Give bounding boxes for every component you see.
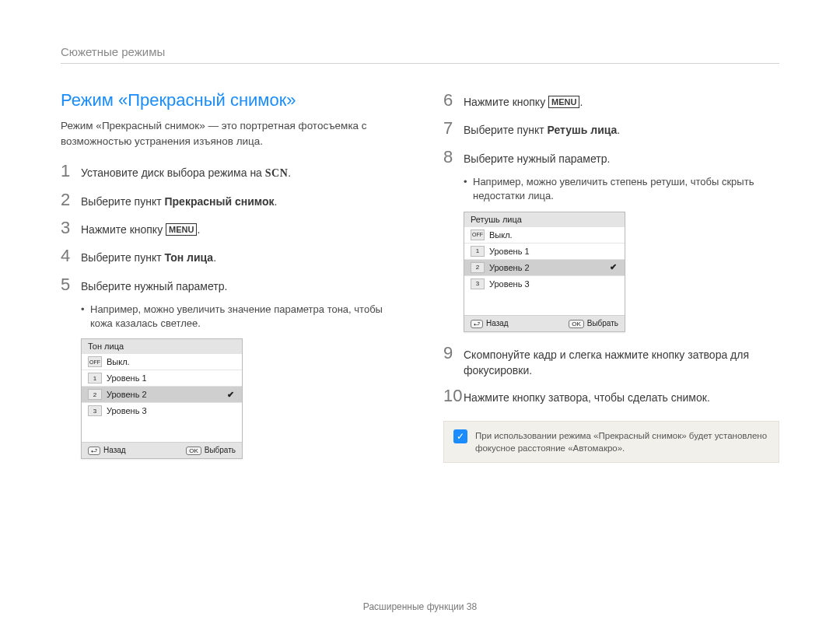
scn-glyph: SCN bbox=[265, 167, 289, 179]
bold-term: Прекрасный снимок bbox=[164, 195, 274, 208]
substeps-5: Например, можно увеличить значение парам… bbox=[81, 303, 397, 331]
right-column: 6 Нажмите кнопку MENU. 7 Выберите пункт … bbox=[443, 90, 779, 470]
step-text-part: Нажмите кнопку bbox=[81, 223, 166, 236]
option-icon: OFF bbox=[88, 356, 102, 367]
step-number: 6 bbox=[443, 90, 464, 110]
step-1: 1 Установите диск выбора режима на SCN. bbox=[61, 161, 397, 181]
lcd-screenshot-tone: Тон лица OFF Выкл. 1 Уровень 1 2 Урове bbox=[81, 338, 243, 459]
period: . bbox=[197, 223, 200, 236]
left-column: Режим «Прекрасный снимок» Режим «Прекрас… bbox=[61, 90, 397, 470]
step-text-part: Нажмите кнопку bbox=[464, 96, 548, 108]
step-number: 7 bbox=[443, 118, 464, 138]
lcd-options: OFF Выкл. 1 Уровень 1 2 Уровень 2 ✔ bbox=[464, 226, 625, 292]
ok-key-icon: OK bbox=[569, 320, 584, 328]
step-7: 7 Выберите пункт Ретушь лица. bbox=[443, 118, 779, 138]
note-text: При использовании режима «Прекрасный сни… bbox=[475, 429, 769, 454]
lcd-option: 3 Уровень 3 bbox=[464, 275, 625, 292]
lcd-screenshot-retouch: Ретушь лица OFF Выкл. 1 Уровень 1 2 Ур bbox=[464, 212, 625, 332]
step-text: Нажмите кнопку затвора, чтобы сделать сн… bbox=[464, 390, 779, 405]
option-icon: OFF bbox=[471, 229, 485, 240]
step-text: Выберите пункт Прекрасный снимок. bbox=[81, 194, 397, 209]
substep-text: Например, можно увеличить значение парам… bbox=[81, 303, 397, 331]
two-column-layout: Режим «Прекрасный снимок» Режим «Прекрас… bbox=[61, 90, 779, 470]
step-2: 2 Выберите пункт Прекрасный снимок. bbox=[61, 190, 397, 210]
step-text: Выберите нужный параметр. bbox=[81, 278, 397, 294]
lcd-option: OFF Выкл. bbox=[464, 226, 625, 243]
option-label: Уровень 1 bbox=[489, 247, 607, 256]
step-9: 9 Скомпонуйте кадр и слегка нажмите кноп… bbox=[443, 343, 779, 379]
check-icon: ✔ bbox=[225, 390, 236, 400]
page-heading: Режим «Прекрасный снимок» bbox=[61, 90, 397, 110]
lcd-footer: ⮐Назад OKВыбрать bbox=[464, 315, 625, 331]
lcd-option: OFF Выкл. bbox=[82, 353, 242, 370]
lcd-option: 1 Уровень 1 bbox=[82, 370, 242, 386]
option-icon: 3 bbox=[88, 405, 102, 416]
step-text: Выберите нужный параметр. bbox=[464, 151, 779, 166]
option-label: Выкл. bbox=[107, 357, 225, 366]
intro-text: Режим «Прекрасный снимок» — это портретн… bbox=[61, 118, 397, 149]
step-text-part: Выберите пункт bbox=[464, 124, 547, 136]
step-text-part: Выберите пункт bbox=[81, 195, 164, 208]
lcd-title: Тон лица bbox=[82, 339, 242, 353]
option-icon: 2 bbox=[471, 262, 485, 273]
step-number: 1 bbox=[61, 161, 81, 181]
ok-key-icon: OK bbox=[186, 447, 201, 455]
substep-text: Например, можно увеличить степень ретуши… bbox=[464, 175, 779, 203]
step-number: 3 bbox=[61, 218, 81, 238]
period: . bbox=[617, 124, 620, 136]
step-number: 9 bbox=[443, 343, 464, 363]
menu-button-glyph: MENU bbox=[166, 223, 197, 236]
lcd-ok: OKВыбрать bbox=[186, 446, 236, 455]
menu-button-glyph: MENU bbox=[548, 96, 579, 108]
option-label: Уровень 2 bbox=[107, 390, 225, 399]
option-label: Выкл. bbox=[489, 230, 607, 240]
option-icon: 1 bbox=[471, 246, 485, 257]
step-number: 4 bbox=[61, 246, 81, 266]
option-icon: 1 bbox=[88, 373, 102, 384]
step-5: 5 Выберите нужный параметр. bbox=[61, 275, 397, 295]
step-text: Выберите пункт Ретушь лица. bbox=[464, 122, 779, 138]
page-footer: Расширенные функции 38 bbox=[0, 601, 840, 612]
lcd-back: ⮐Назад bbox=[471, 319, 509, 328]
lcd-options: OFF Выкл. 1 Уровень 1 2 Уровень 2 ✔ bbox=[82, 353, 242, 419]
step-8: 8 Выберите нужный параметр. bbox=[443, 147, 779, 167]
ok-label: Выбрать bbox=[587, 319, 618, 328]
step-number: 2 bbox=[61, 190, 81, 210]
step-text: Нажмите кнопку MENU. bbox=[81, 222, 397, 237]
ok-label: Выбрать bbox=[205, 446, 236, 454]
step-3: 3 Нажмите кнопку MENU. bbox=[61, 218, 397, 238]
lcd-option-selected: 2 Уровень 2 ✔ bbox=[464, 259, 625, 275]
option-icon: 3 bbox=[471, 278, 485, 289]
bold-term: Тон лица bbox=[164, 251, 213, 264]
lcd-option: 3 Уровень 3 bbox=[82, 402, 242, 419]
lcd-option-selected: 2 Уровень 2 ✔ bbox=[82, 386, 242, 402]
lcd-option: 1 Уровень 1 bbox=[464, 243, 625, 259]
steps-list-right-2: 9 Скомпонуйте кадр и слегка нажмите кноп… bbox=[443, 343, 779, 407]
option-label: Уровень 3 bbox=[489, 279, 607, 289]
back-label: Назад bbox=[103, 446, 126, 454]
period: . bbox=[579, 96, 583, 108]
option-label: Уровень 3 bbox=[107, 406, 225, 415]
step-4: 4 Выберите пункт Тон лица. bbox=[61, 246, 397, 266]
lcd-footer: ⮐Назад OKВыбрать bbox=[82, 442, 242, 458]
manual-page: Сюжетные режимы Режим «Прекрасный снимок… bbox=[0, 0, 840, 634]
check-icon: ✔ bbox=[607, 262, 618, 272]
step-number: 8 bbox=[443, 147, 464, 167]
step-text-part: Установите диск выбора режима на bbox=[81, 166, 265, 179]
lcd-ok: OKВыбрать bbox=[569, 319, 618, 328]
step-text: Выберите пункт Тон лица. bbox=[81, 250, 397, 265]
step-6: 6 Нажмите кнопку MENU. bbox=[443, 90, 779, 110]
step-text: Скомпонуйте кадр и слегка нажмите кнопку… bbox=[464, 347, 779, 379]
note-icon: ✓ bbox=[453, 429, 467, 443]
step-text: Нажмите кнопку MENU. bbox=[464, 94, 779, 110]
back-label: Назад bbox=[486, 319, 509, 328]
lcd-back: ⮐Назад bbox=[88, 446, 126, 455]
period: . bbox=[275, 195, 278, 208]
step-text: Установите диск выбора режима на SCN. bbox=[81, 165, 397, 181]
period: . bbox=[288, 166, 291, 179]
option-icon: 2 bbox=[88, 389, 102, 400]
step-number: 5 bbox=[61, 275, 81, 295]
lcd-title: Ретушь лица bbox=[464, 212, 625, 226]
step-10: 10 Нажмите кнопку затвора, чтобы сделать… bbox=[443, 386, 779, 406]
bold-term: Ретушь лица bbox=[547, 124, 617, 136]
